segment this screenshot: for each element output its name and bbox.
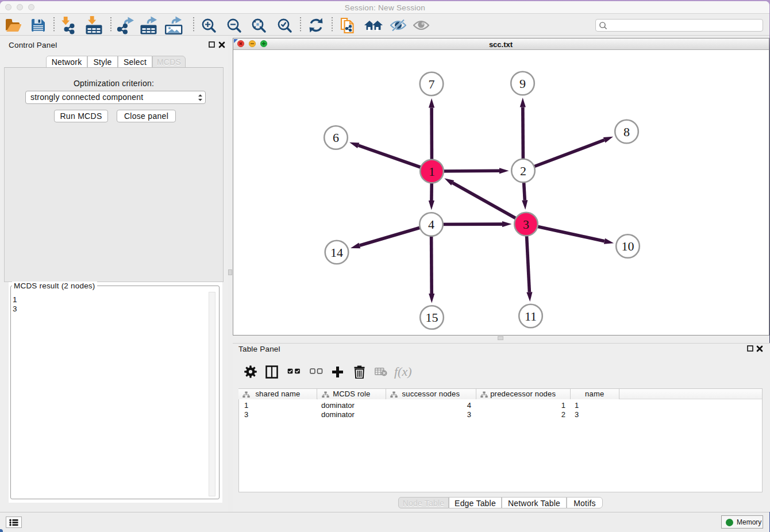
svg-text:3: 3 (523, 217, 529, 231)
svg-text:6: 6 (333, 130, 339, 145)
svg-text:1: 1 (429, 164, 435, 178)
svg-text:4: 4 (428, 217, 434, 232)
svg-text:7: 7 (428, 76, 434, 91)
svg-text:8: 8 (623, 124, 630, 138)
svg-text:9: 9 (519, 76, 526, 90)
svg-text:14: 14 (330, 245, 343, 259)
svg-text:10: 10 (621, 239, 634, 253)
svg-text:15: 15 (425, 310, 438, 325)
svg-text:11: 11 (524, 309, 536, 323)
svg-text:2: 2 (520, 163, 526, 178)
